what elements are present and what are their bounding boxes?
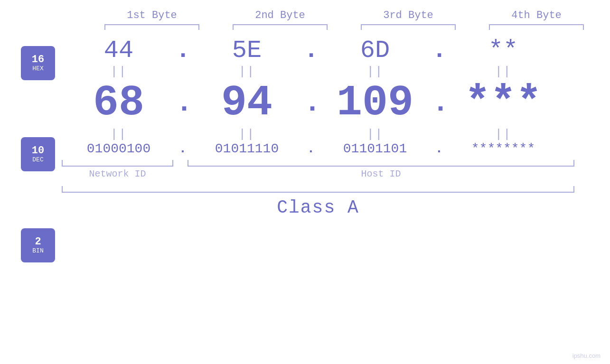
- eq1-b4: ||: [446, 65, 560, 79]
- dec-dot3: .: [432, 89, 446, 117]
- byte1-header: 1st Byte: [95, 9, 209, 21]
- equals-row-1: || || || ||: [62, 65, 574, 79]
- top-bracket-2: [233, 24, 328, 30]
- byte3-header: 3rd Byte: [351, 9, 465, 21]
- watermark: ipshu.com: [572, 352, 601, 359]
- eq2-b3: ||: [318, 127, 432, 141]
- eq2-b2: ||: [190, 127, 304, 141]
- byte4-header: 4th Byte: [479, 9, 593, 21]
- class-label: Class A: [277, 197, 359, 218]
- bin-row: 01000100 . 01011110 . 01101101 . *******…: [62, 141, 574, 156]
- top-bracket-3: [361, 24, 456, 30]
- eq2-b1: ||: [62, 127, 176, 141]
- dec-byte1: 68: [62, 79, 176, 127]
- top-bracket-1: [104, 24, 199, 30]
- host-bracket: [188, 160, 574, 167]
- main-container: 1st Byte 2nd Byte 3rd Byte 4th Byte 16 H…: [0, 0, 610, 364]
- hex-byte1: 44: [62, 37, 176, 65]
- dec-byte4: ***: [446, 79, 560, 127]
- bin-byte3: 01101101: [318, 141, 432, 156]
- network-bracket: [62, 160, 173, 167]
- eq1-b1: ||: [62, 65, 176, 79]
- class-bracket: [62, 186, 574, 193]
- hex-row: 44 . 5E . 6D . **: [62, 37, 574, 65]
- equals-row-2: || || || ||: [62, 127, 574, 141]
- eq2-b4: ||: [446, 127, 560, 141]
- eq1-b3: ||: [318, 65, 432, 79]
- hex-badge: 16 HEX: [21, 46, 55, 80]
- hex-dot2: .: [304, 38, 318, 63]
- bin-byte4: ********: [446, 141, 560, 156]
- class-label-row: Class A: [62, 197, 574, 218]
- hex-byte3: 6D: [318, 37, 432, 65]
- host-id-label: Host ID: [188, 168, 574, 179]
- hex-dot1: .: [176, 38, 190, 63]
- dec-badge: 10 DEC: [21, 137, 55, 171]
- bin-byte1: 01000100: [62, 141, 176, 156]
- bin-dot2: .: [304, 142, 318, 156]
- badges-column: 16 HEX 10 DEC 2 BIN: [0, 37, 62, 262]
- dec-byte3: 109: [318, 79, 432, 127]
- hex-byte4: **: [446, 37, 560, 65]
- bin-byte2: 01011110: [190, 141, 304, 156]
- top-bracket-4: [489, 24, 584, 30]
- network-id-label: Network ID: [62, 168, 173, 179]
- hex-dot3: .: [432, 38, 446, 63]
- bin-dot3: .: [432, 142, 446, 156]
- bin-dot1: .: [176, 142, 190, 156]
- dec-dot1: .: [176, 89, 190, 117]
- eq1-b2: ||: [190, 65, 304, 79]
- dec-row: 68 . 94 . 109 . ***: [62, 79, 574, 127]
- hex-byte2: 5E: [190, 37, 304, 65]
- byte2-header: 2nd Byte: [223, 9, 337, 21]
- bin-badge: 2 BIN: [21, 228, 55, 262]
- id-labels-row: Network ID Host ID: [62, 168, 574, 179]
- dec-dot2: .: [304, 89, 318, 117]
- dec-byte2: 94: [190, 79, 304, 127]
